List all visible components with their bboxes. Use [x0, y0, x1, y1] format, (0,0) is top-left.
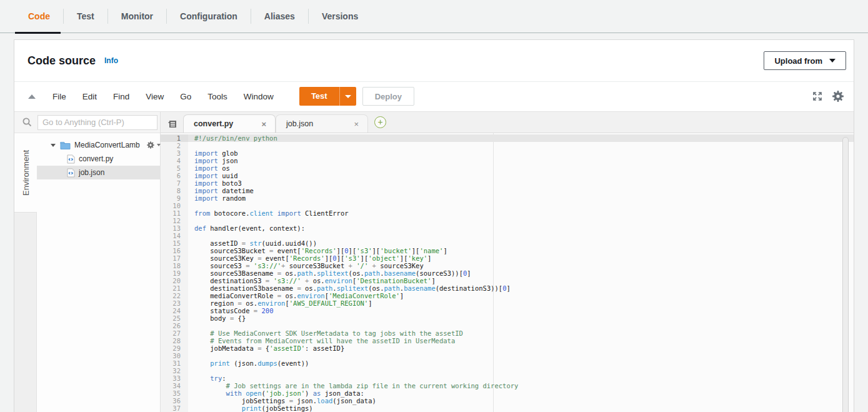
tab-configuration[interactable]: Configuration: [167, 0, 251, 33]
code-line[interactable]: 11from botocore.client import ClientErro…: [161, 209, 854, 217]
code-line[interactable]: 9import random: [161, 194, 854, 202]
code-line[interactable]: 14: [161, 232, 854, 239]
tree-folder-row[interactable]: MediaConvertLamb: [37, 138, 161, 152]
code-line[interactable]: 35 with open('job.json') as json_data:: [161, 389, 854, 397]
code-line[interactable]: 16 sourceS3Bucket = event['Records'][0][…: [161, 247, 854, 254]
test-dropdown-button[interactable]: [339, 87, 356, 106]
fullscreen-icon[interactable]: [811, 90, 824, 103]
code-line[interactable]: 13def handler(event, context):: [161, 224, 854, 232]
code-line[interactable]: 30: [161, 352, 854, 359]
line-number[interactable]: 24: [161, 307, 188, 314]
editor-tab-job.json[interactable]: job.json×: [276, 114, 368, 133]
code-line[interactable]: 22 mediaConvertRole = os.environ['MediaC…: [161, 292, 854, 299]
line-number[interactable]: 26: [161, 322, 188, 329]
code-line[interactable]: 36 jobSettings = json.load(json_data): [161, 397, 854, 404]
code-line[interactable]: 17 sourceS3Key = event['Records'][0]['s3…: [161, 254, 854, 262]
code-line[interactable]: 21 destinationS3basename = os.path.split…: [161, 284, 854, 292]
line-number[interactable]: 2: [161, 142, 188, 149]
line-number[interactable]: 35: [161, 389, 188, 397]
tree-file-convert.py[interactable]: convert.py: [37, 152, 161, 166]
line-number[interactable]: 25: [161, 314, 188, 322]
code-line[interactable]: 6import uuid: [161, 172, 854, 179]
code-line[interactable]: 23 region = os.environ['AWS_DEFAULT_REGI…: [161, 299, 854, 307]
line-number[interactable]: 33: [161, 374, 188, 382]
collapse-panel-icon[interactable]: [28, 94, 36, 99]
line-number[interactable]: 21: [161, 284, 188, 292]
menu-tools[interactable]: Tools: [199, 92, 236, 101]
code-line[interactable]: 34 # Job settings are in the lambda zip …: [161, 382, 854, 389]
upload-from-button[interactable]: Upload from: [764, 51, 846, 70]
line-number[interactable]: 23: [161, 299, 188, 307]
code-line[interactable]: 25 body = {}: [161, 314, 854, 322]
line-number[interactable]: 7: [161, 179, 188, 187]
deploy-button[interactable]: Deploy: [362, 87, 414, 106]
line-number[interactable]: 13: [161, 224, 188, 232]
line-number[interactable]: 37: [161, 404, 188, 412]
line-number[interactable]: 5: [161, 164, 188, 172]
line-number[interactable]: 32: [161, 367, 188, 374]
code-line[interactable]: 7import boto3: [161, 179, 854, 187]
line-number[interactable]: 3: [161, 149, 188, 157]
line-number[interactable]: 34: [161, 382, 188, 389]
code-line[interactable]: 8import datetime: [161, 187, 854, 194]
code-line[interactable]: 18 sourceS3 = 's3://'+ sourceS3Bucket + …: [161, 262, 854, 269]
code-line[interactable]: 12: [161, 217, 854, 224]
settings-gear-icon[interactable]: [831, 89, 845, 103]
line-number[interactable]: 14: [161, 232, 188, 239]
line-number[interactable]: 9: [161, 194, 188, 202]
code-line[interactable]: 1#!/usr/bin/env python: [161, 134, 854, 142]
line-number[interactable]: 1: [161, 134, 188, 142]
menu-window[interactable]: Window: [236, 92, 282, 101]
line-number[interactable]: 36: [161, 397, 188, 404]
tab-aliases[interactable]: Aliases: [251, 0, 308, 33]
code-line[interactable]: 27 # Use MediaConvert SDK UserMetadata t…: [161, 329, 854, 337]
code-line[interactable]: 26: [161, 322, 854, 329]
line-number[interactable]: 17: [161, 254, 188, 262]
code-line[interactable]: 32: [161, 367, 854, 374]
tab-test[interactable]: Test: [64, 0, 107, 33]
code-line[interactable]: 29 jobMetadata = {'assetID': assetID}: [161, 344, 854, 352]
menu-file[interactable]: File: [44, 92, 74, 101]
line-number[interactable]: 11: [161, 209, 188, 217]
code-line[interactable]: 37 print(jobSettings): [161, 404, 854, 412]
line-number[interactable]: 20: [161, 277, 188, 284]
line-number[interactable]: 15: [161, 239, 188, 247]
line-number[interactable]: 12: [161, 217, 188, 224]
code-line[interactable]: 3import glob: [161, 149, 854, 157]
line-number[interactable]: 4: [161, 157, 188, 164]
line-number[interactable]: 10: [161, 202, 188, 209]
code-line[interactable]: 20 destinationS3 = 's3://' + os.environ[…: [161, 277, 854, 284]
line-number[interactable]: 31: [161, 359, 188, 367]
tab-monitor[interactable]: Monitor: [108, 0, 166, 33]
line-number[interactable]: 27: [161, 329, 188, 337]
code-line[interactable]: 33 try:: [161, 374, 854, 382]
code-line[interactable]: 19 sourceS3Basename = os.path.splitext(o…: [161, 269, 854, 277]
line-number[interactable]: 8: [161, 187, 188, 194]
tab-list-icon[interactable]: [167, 118, 178, 129]
code-line[interactable]: 5import os: [161, 164, 854, 172]
new-tab-plus-icon[interactable]: +: [374, 116, 386, 128]
code-line[interactable]: 31 print (json.dumps(event)): [161, 359, 854, 367]
code-line[interactable]: 4import json: [161, 157, 854, 164]
code-line[interactable]: 10: [161, 202, 854, 209]
code-line[interactable]: 24 statusCode = 200: [161, 307, 854, 314]
line-number[interactable]: 22: [161, 292, 188, 299]
environment-tab[interactable]: Environment: [14, 133, 37, 212]
editor-scrollbar[interactable]: [842, 137, 849, 412]
tree-settings-button[interactable]: [146, 141, 161, 149]
folder-expand-caret-icon[interactable]: [51, 144, 56, 147]
line-number[interactable]: 28: [161, 337, 188, 344]
test-button[interactable]: Test: [299, 87, 339, 106]
line-number[interactable]: 30: [161, 352, 188, 359]
menu-edit[interactable]: Edit: [74, 92, 105, 101]
menu-go[interactable]: Go: [172, 92, 199, 101]
menu-view[interactable]: View: [137, 92, 172, 101]
code-line[interactable]: 28 # Events from MediaConvert will have …: [161, 337, 854, 344]
line-number[interactable]: 18: [161, 262, 188, 269]
menu-find[interactable]: Find: [105, 92, 137, 101]
tab-code[interactable]: Code: [15, 0, 63, 33]
test-split-button[interactable]: Test: [299, 87, 356, 106]
info-link[interactable]: Info: [104, 56, 118, 65]
close-tab-icon[interactable]: ×: [259, 119, 269, 129]
line-number[interactable]: 16: [161, 247, 188, 254]
